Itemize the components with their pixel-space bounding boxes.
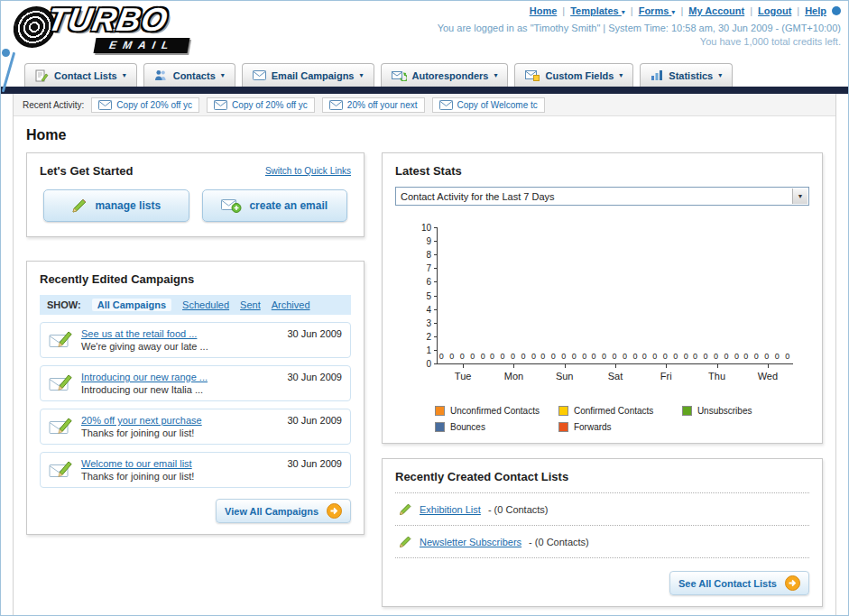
create-email-label: create an email xyxy=(249,199,328,212)
recent-contact-lists-panel: Recently Created Contact Lists Exhibitio… xyxy=(382,458,823,607)
top-link-forms[interactable]: Forms ▾ xyxy=(639,5,676,16)
contact-list-link[interactable]: Newsletter Subscribers xyxy=(420,537,521,547)
view-all-campaigns-label: View All Campaigns xyxy=(225,506,318,517)
campaign-items: See us at the retail food ... We're givi… xyxy=(40,322,351,488)
campaign-filter-scheduled[interactable]: Scheduled xyxy=(182,299,229,310)
campaign-list-item[interactable]: Welcome to our email list Thanks for joi… xyxy=(40,452,351,488)
campaign-date: 30 Jun 2009 xyxy=(287,328,342,339)
pencil-icon xyxy=(71,198,88,214)
y-axis-tick-label: 6 xyxy=(409,277,431,287)
recent-activity-item[interactable]: Copy of 20% off yc xyxy=(91,97,199,113)
top-link-my-account[interactable]: My Account xyxy=(688,5,744,16)
y-axis-tick xyxy=(434,268,438,269)
top-link-templates[interactable]: Templates ▾ xyxy=(570,5,625,16)
arrow-circle-icon xyxy=(327,503,342,519)
legend-label: Unconfirmed Contacts xyxy=(450,406,540,416)
legend-item: Unconfirmed Contacts xyxy=(435,406,558,416)
logo-dot xyxy=(2,49,10,57)
app-logo[interactable]: TURBO EMAIL xyxy=(14,4,189,53)
chart-plot: 0123456789100 0 0 0 0Tue0 0 0 0 0Mon0 0 … xyxy=(437,227,793,364)
email-campaigns-icon xyxy=(253,70,266,80)
campaign-title-link[interactable]: Introducing our new range ... xyxy=(81,372,208,382)
email-edit-icon xyxy=(49,417,73,438)
campaign-title-link[interactable]: Welcome to our email list xyxy=(81,458,194,469)
manage-lists-button[interactable]: manage lists xyxy=(43,189,189,222)
campaign-filter-all-campaigns[interactable]: All Campaigns xyxy=(92,299,171,311)
switch-quick-links-link[interactable]: Switch to Quick Links xyxy=(265,166,351,176)
autoresponders-icon xyxy=(392,69,407,81)
top-link-home[interactable]: Home xyxy=(530,5,558,16)
recent-activity-item[interactable]: 20% off your next xyxy=(322,97,425,113)
legend-label: Forwards xyxy=(574,422,612,432)
campaign-list-item[interactable]: See us at the retail food ... We're givi… xyxy=(40,322,351,358)
recent-activity-item[interactable]: Copy of 20% off yc xyxy=(207,97,315,113)
recent-activity-item-label: Copy of 20% off yc xyxy=(232,100,308,110)
y-axis-tick xyxy=(434,309,438,310)
arrow-circle-icon xyxy=(785,575,800,591)
contact-list-row: Exhibition List - (0 Contacts) xyxy=(395,493,809,526)
y-axis-tick xyxy=(434,323,438,324)
bar-value-labels: 0 0 0 0 0 xyxy=(590,352,641,361)
x-axis-label: Sun xyxy=(540,371,590,382)
campaign-list-item[interactable]: 20% off your next purchase Thanks for jo… xyxy=(40,409,351,445)
chart-legend: Unconfirmed ContactsConfirmed ContactsUn… xyxy=(435,406,809,432)
page: TURBO EMAIL Home|Templates ▾|Forms ▾|My … xyxy=(1,1,848,616)
latest-stats-panel: Latest Stats Contact Activity for the La… xyxy=(382,152,823,444)
x-axis-tick xyxy=(768,364,769,368)
contact-list-rows: Exhibition List - (0 Contacts) Newslette… xyxy=(395,492,809,558)
campaign-filter-sent[interactable]: Sent xyxy=(240,299,261,310)
nav-tab-contact-lists[interactable]: Contact Lists▾ xyxy=(24,63,137,87)
nav-tab-custom-fields[interactable]: Custom Fields▾ xyxy=(514,63,633,87)
campaign-title-link[interactable]: See us at the retail food ... xyxy=(81,328,208,339)
y-axis-tick xyxy=(434,350,438,351)
nav-tab-statistics[interactable]: Statistics▾ xyxy=(640,63,733,87)
nav-tab-autoresponders[interactable]: Autoresponders▾ xyxy=(381,63,509,87)
x-axis-tick xyxy=(717,364,718,368)
campaign-text: 20% off your next purchase Thanks for jo… xyxy=(81,415,202,438)
pencil-icon xyxy=(399,535,412,548)
y-axis-tick xyxy=(434,227,438,228)
contact-list-row: Newsletter Subscribers - (0 Contacts) xyxy=(395,526,809,558)
logo-text: TURBO EMAIL xyxy=(48,4,189,53)
help-ball-icon xyxy=(832,6,841,15)
stats-panel-title: Latest Stats xyxy=(395,164,809,178)
legend-swatch xyxy=(558,422,568,432)
legend-label: Confirmed Contacts xyxy=(574,406,653,416)
contact-list-link[interactable]: Exhibition List xyxy=(420,504,481,515)
content-frame: Recent Activity: Copy of 20% off ycCopy … xyxy=(13,94,836,616)
create-email-button[interactable]: create an email xyxy=(202,189,348,222)
y-axis-tick-label: 8 xyxy=(409,250,431,260)
dropdown-arrow-icon: ▼ xyxy=(792,188,807,204)
x-axis-label: Fri xyxy=(641,371,691,382)
chevron-down-icon: ▾ xyxy=(123,71,126,79)
recent-activity-item[interactable]: Copy of Welcome tc xyxy=(432,97,545,113)
campaign-filter-archived[interactable]: Archived xyxy=(272,299,310,310)
top-link-help[interactable]: Help xyxy=(805,5,826,16)
custom-fields-icon xyxy=(525,69,540,81)
y-axis-tick xyxy=(434,363,438,364)
stats-period-select[interactable]: Contact Activity for the Last 7 Days ▼ xyxy=(395,187,809,206)
y-axis-tick xyxy=(434,241,438,242)
y-axis-tick xyxy=(434,281,438,282)
nav-tab-contacts[interactable]: Contacts▾ xyxy=(143,63,235,87)
see-all-contact-lists-button[interactable]: See All Contact Lists xyxy=(669,571,809,595)
nav-tab-email-campaigns[interactable]: Email Campaigns▾ xyxy=(242,63,374,87)
view-all-campaigns-button[interactable]: View All Campaigns xyxy=(216,499,351,523)
campaign-list-item[interactable]: Introducing our new range ... Introducin… xyxy=(40,365,351,401)
top-link-logout[interactable]: Logout xyxy=(758,5,791,16)
chevron-down-icon: ▾ xyxy=(671,8,675,16)
campaigns-panel-title: Recently Edited Campaigns xyxy=(40,272,351,286)
legend-swatch xyxy=(435,422,445,432)
campaign-title-link[interactable]: 20% off your next purchase xyxy=(81,415,202,426)
email-edit-icon xyxy=(49,460,73,482)
get-started-header: Let's Get Started Switch to Quick Links xyxy=(40,164,351,178)
recent-activity-bar: Recent Activity: Copy of 20% off ycCopy … xyxy=(14,94,835,116)
recent-activity-label: Recent Activity: xyxy=(23,100,84,110)
credits-info: You have 1,000 total credits left. xyxy=(438,36,841,47)
envelope-icon xyxy=(329,100,343,110)
contact-activity-chart: 0123456789100 0 0 0 0Tue0 0 0 0 0Mon0 0 … xyxy=(395,227,809,395)
recent-activity-item-label: Copy of Welcome tc xyxy=(457,100,538,110)
recently-edited-campaigns-panel: Recently Edited Campaigns SHOW: All Camp… xyxy=(26,261,365,535)
chevron-down-icon: ▾ xyxy=(619,71,623,79)
x-axis-tick xyxy=(513,364,514,368)
